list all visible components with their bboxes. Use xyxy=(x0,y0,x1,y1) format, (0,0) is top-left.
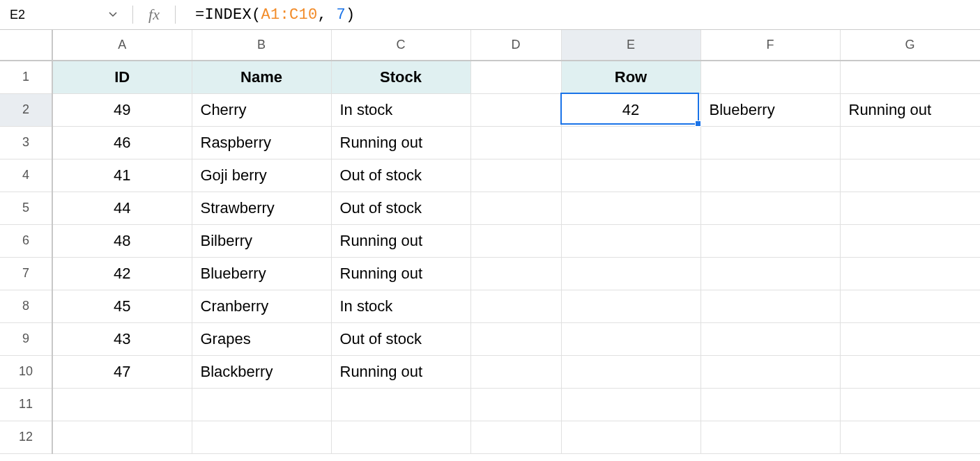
row-header[interactable]: 4 xyxy=(0,159,52,192)
cell-A6[interactable]: 48 xyxy=(52,224,192,257)
row-header[interactable]: 10 xyxy=(0,355,52,388)
select-all-corner[interactable] xyxy=(0,30,52,61)
cell-G6[interactable] xyxy=(840,224,980,257)
cell-E4[interactable] xyxy=(561,159,700,192)
cell-E7[interactable] xyxy=(561,257,700,290)
col-header-G[interactable]: G xyxy=(840,30,980,61)
name-box-dropdown[interactable] xyxy=(59,12,132,17)
cell-G5[interactable] xyxy=(840,192,980,224)
row-header[interactable]: 5 xyxy=(0,192,52,224)
cell-B11[interactable] xyxy=(192,388,331,421)
cell-A11[interactable] xyxy=(52,388,192,421)
cell-C6[interactable]: Running out xyxy=(331,224,470,257)
cell-A2[interactable]: 49 xyxy=(52,93,192,126)
col-header-D[interactable]: D xyxy=(470,30,561,61)
cell-F12[interactable] xyxy=(700,421,840,453)
cell-B10[interactable]: Blackberry xyxy=(192,355,331,388)
cell-D5[interactable] xyxy=(470,192,561,224)
cell-G11[interactable] xyxy=(840,388,980,421)
cell-A5[interactable]: 44 xyxy=(52,192,192,224)
row-header[interactable]: 6 xyxy=(0,224,52,257)
cell-E2[interactable]: 42 xyxy=(561,93,700,126)
cell-E11[interactable] xyxy=(561,388,700,421)
cell-B2[interactable]: Cherry xyxy=(192,93,331,126)
cell-A4[interactable]: 41 xyxy=(52,159,192,192)
cell-F2[interactable]: Blueberry xyxy=(700,93,840,126)
cell-C3[interactable]: Running out xyxy=(331,126,470,159)
cell-D1[interactable] xyxy=(470,61,561,93)
formula-input[interactable]: =INDEX(A1:C10, 7) xyxy=(176,6,980,24)
cell-F9[interactable] xyxy=(700,322,840,355)
cell-B1[interactable]: Name xyxy=(192,61,331,93)
cell-D11[interactable] xyxy=(470,388,561,421)
cell-C10[interactable]: Running out xyxy=(331,355,470,388)
cell-C2[interactable]: In stock xyxy=(331,93,470,126)
cell-E10[interactable] xyxy=(561,355,700,388)
cell-G4[interactable] xyxy=(840,159,980,192)
cell-F4[interactable] xyxy=(700,159,840,192)
cell-D6[interactable] xyxy=(470,224,561,257)
cell-A1[interactable]: ID xyxy=(52,61,192,93)
col-header-A[interactable]: A xyxy=(52,30,192,61)
cell-B4[interactable]: Goji berry xyxy=(192,159,331,192)
cell-A9[interactable]: 43 xyxy=(52,322,192,355)
cell-C7[interactable]: Running out xyxy=(331,257,470,290)
cell-B8[interactable]: Cranberry xyxy=(192,290,331,322)
row-header[interactable]: 2 xyxy=(0,93,52,126)
cell-E5[interactable] xyxy=(561,192,700,224)
cell-C8[interactable]: In stock xyxy=(331,290,470,322)
cell-C5[interactable]: Out of stock xyxy=(331,192,470,224)
cell-E3[interactable] xyxy=(561,126,700,159)
cell-F5[interactable] xyxy=(700,192,840,224)
cell-G2[interactable]: Running out xyxy=(840,93,980,126)
cell-E6[interactable] xyxy=(561,224,700,257)
cell-D10[interactable] xyxy=(470,355,561,388)
cell-D2[interactable] xyxy=(470,93,561,126)
cell-F10[interactable] xyxy=(700,355,840,388)
cell-D3[interactable] xyxy=(470,126,561,159)
row-header[interactable]: 8 xyxy=(0,290,52,322)
cell-E1[interactable]: Row xyxy=(561,61,700,93)
cell-D7[interactable] xyxy=(470,257,561,290)
cell-A10[interactable]: 47 xyxy=(52,355,192,388)
row-header[interactable]: 9 xyxy=(0,322,52,355)
cell-E12[interactable] xyxy=(561,421,700,453)
spreadsheet-grid[interactable]: A B C D E F G 1 ID Name Stock Row xyxy=(0,30,980,454)
cell-B6[interactable]: Bilberry xyxy=(192,224,331,257)
cell-B12[interactable] xyxy=(192,421,331,453)
cell-D12[interactable] xyxy=(470,421,561,453)
row-header[interactable]: 11 xyxy=(0,388,52,421)
cell-F1[interactable] xyxy=(700,61,840,93)
cell-D4[interactable] xyxy=(470,159,561,192)
col-header-C[interactable]: C xyxy=(331,30,470,61)
cell-A3[interactable]: 46 xyxy=(52,126,192,159)
cell-F8[interactable] xyxy=(700,290,840,322)
row-header[interactable]: 3 xyxy=(0,126,52,159)
cell-A7[interactable]: 42 xyxy=(52,257,192,290)
cell-A8[interactable]: 45 xyxy=(52,290,192,322)
row-header[interactable]: 12 xyxy=(0,421,52,453)
col-header-B[interactable]: B xyxy=(192,30,331,61)
fx-icon[interactable]: fx xyxy=(133,6,175,24)
cell-G8[interactable] xyxy=(840,290,980,322)
cell-C11[interactable] xyxy=(331,388,470,421)
cell-C4[interactable]: Out of stock xyxy=(331,159,470,192)
row-header[interactable]: 7 xyxy=(0,257,52,290)
cell-C9[interactable]: Out of stock xyxy=(331,322,470,355)
cell-F6[interactable] xyxy=(700,224,840,257)
row-header[interactable]: 1 xyxy=(0,61,52,93)
cell-C1[interactable]: Stock xyxy=(331,61,470,93)
cell-B3[interactable]: Raspberry xyxy=(192,126,331,159)
cell-F3[interactable] xyxy=(700,126,840,159)
cell-G7[interactable] xyxy=(840,257,980,290)
cell-G9[interactable] xyxy=(840,322,980,355)
cell-E8[interactable] xyxy=(561,290,700,322)
cell-A12[interactable] xyxy=(52,421,192,453)
cell-F7[interactable] xyxy=(700,257,840,290)
name-box[interactable]: E2 xyxy=(0,8,59,22)
cell-F11[interactable] xyxy=(700,388,840,421)
cell-G1[interactable] xyxy=(840,61,980,93)
cell-B7[interactable]: Blueberry xyxy=(192,257,331,290)
col-header-E[interactable]: E xyxy=(561,30,700,61)
cell-D9[interactable] xyxy=(470,322,561,355)
